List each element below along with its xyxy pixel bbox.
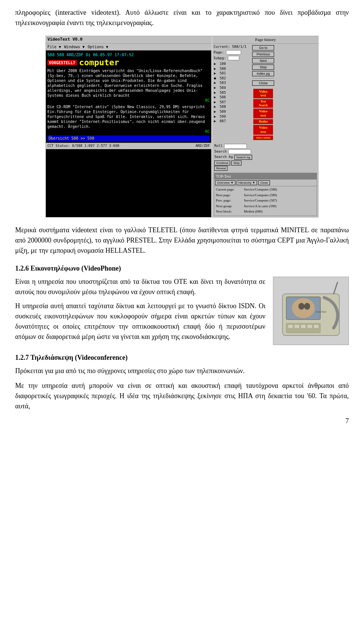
svg-rect-9 (308, 325, 312, 328)
page-item[interactable]: ▶887 (213, 119, 250, 124)
video-text-btn-3[interactable]: Videotext (253, 125, 273, 135)
next-block-val: Medien (600) (244, 209, 315, 214)
search-bg-label: Search bg (214, 154, 233, 160)
intro-paragraph: πληροφορίες (interactive videotext). Αυτ… (15, 8, 349, 28)
next-page-label: Next page: (216, 193, 242, 198)
page-item[interactable]: ▶586 (213, 95, 250, 100)
phone-svg: AutoText (275, 279, 347, 343)
page-item[interactable]: ▶599 (213, 114, 250, 119)
next-block-label: Next block: (216, 209, 242, 214)
search-bg-button[interactable]: Search bg (234, 155, 252, 160)
stop-button[interactable]: Stop (252, 65, 274, 70)
subpg-input[interactable] (228, 56, 239, 60)
videotext-window: VideoText V0.0 File ▼ Windows ▼ Options … (46, 36, 211, 217)
text-search-btn[interactable]: TextSearch (253, 99, 273, 108)
section-127-heading: 1.2.7 Τηλεδιάσκεψη (Videoconference) (15, 353, 349, 363)
close-button[interactable]: Close (252, 80, 274, 86)
section-126-text: Είναι η υπηρεσία που υποστηρίζεται από τ… (15, 277, 265, 342)
next-group-val: Service/A la carte (590) (244, 204, 315, 209)
page-item[interactable]: ▶583 (213, 80, 250, 85)
overview-button[interactable]: Overview ▼ (215, 180, 235, 185)
next-button[interactable]: Next (252, 58, 274, 63)
vt-content: 588 588 ARD/ZDF Di 06.05.97 17:07:52 VOR… (46, 50, 211, 143)
page-item[interactable]: ▶581 (213, 71, 250, 76)
current-page-val: Service/Computer (588) (244, 187, 315, 192)
top-text-controls-row: Overview ▼ Hierarchy ▼ Close (214, 180, 317, 186)
svg-point-4 (304, 303, 310, 310)
vt-rc1: RC (47, 98, 210, 103)
screenshot-container: VideoText V0.0 File ▼ Windows ▼ Options … (46, 36, 318, 217)
video-text-btn-2[interactable]: Videotext (253, 109, 273, 118)
goto-button[interactable]: Go to (252, 45, 274, 50)
vt-window-title: VideoText V0.0 (47, 36, 83, 43)
section-127-p2: Με την υπηρεσία αυτή μπορούν να είναι σε… (15, 381, 349, 411)
page-number: 7 (15, 416, 349, 426)
vt-menubar: File ▼ Windows ▼ Options ▼ (46, 44, 211, 50)
search-input[interactable] (228, 149, 251, 154)
vt-titlebar: VideoText V0.0 (46, 36, 211, 44)
vt-rc2: RC (47, 129, 210, 134)
next-group-label: Next group: (216, 204, 242, 209)
previous-button[interactable]: Previous (252, 52, 274, 57)
vt-status-right: ARD/ZDF (195, 143, 210, 149)
section-126-content: Είναι η υπηρεσία που υποστηρίζεται από τ… (15, 277, 349, 345)
vt-ubersicht: Übersicht 580 >> 590 (47, 135, 210, 142)
top-text-title: TOP-Text (214, 173, 317, 180)
page-item[interactable]: ▶584 (213, 85, 250, 90)
section-126-p2: Η υπηρεσία αυτή απαιτεί ταχύτατα δίκτυα … (15, 301, 265, 342)
top-close-button[interactable]: Close (258, 180, 270, 185)
menu-file[interactable]: File ▼ (47, 44, 61, 50)
page-item[interactable]: ▶585 (213, 90, 250, 95)
section-127-p1: Πρόκειται για μια από τις πιο σύγχρονες … (15, 366, 349, 376)
roll-label: Roll (214, 143, 223, 149)
vt-statusbar: CCT Status: 0/588 1:897 2:577 3:698 ARD/… (46, 143, 211, 149)
top-text-panel: TOP-Text Overview ▼ Hierarchy ▼ Close Cu… (214, 173, 317, 216)
vt-body2: Die CD-ROM "Internet aktiv" (Sybex New C… (47, 104, 210, 129)
top-text-body: Current page: Service/Computer (588) Nex… (214, 186, 317, 216)
svg-rect-8 (301, 325, 306, 328)
vt-status-left: CCT Status: 0/588 1:897 2:577 3:698 (47, 143, 119, 149)
hotlist-btn[interactable]: Hotlist (253, 119, 273, 124)
current-val: 588/1/1 (232, 45, 246, 49)
svg-rect-10 (314, 325, 318, 328)
menu-windows[interactable]: Windows ▼ (64, 44, 85, 50)
menu-options[interactable]: Options ▼ (88, 44, 108, 50)
page-item[interactable]: ▶588 (213, 104, 250, 109)
after-screenshot-text: Μερικά συστήματα videotext είναι το γαλλ… (15, 225, 349, 256)
search-label: Search (214, 149, 227, 154)
page-item[interactable]: ▶580 (213, 66, 250, 71)
page-history-title: Page history (213, 36, 318, 44)
video-text-btn-1[interactable]: Videotext (253, 89, 273, 99)
page-input[interactable] (226, 50, 241, 55)
video-buttons-group: Videotext TextSearch Videotext Hotlist V… (252, 88, 274, 142)
page-history-panel: Page history Current: 588/1/1 Page: Subp… (213, 36, 318, 217)
svg-point-3 (298, 303, 304, 310)
page-item[interactable]: ▶589 (213, 109, 250, 114)
vt-red-label: VORGESTELLT (47, 60, 77, 65)
svg-line-11 (334, 282, 337, 294)
page-history-content: Current: 588/1/1 Page: Subpg: ▶100▶580▶5… (213, 44, 318, 143)
continue-button[interactable]: Continue (214, 161, 230, 165)
controls-section: Roll Search Search bg Search bg Continue… (213, 143, 318, 172)
page-item[interactable]: ●582 (213, 76, 250, 81)
prev-page-val: Service/Computer (587) (244, 198, 315, 203)
next-page-val: Service/Computer (589) (244, 193, 315, 198)
prev-page-label: Prev. page: (216, 198, 242, 203)
tou-text: τou (295, 392, 304, 400)
current-label: Current: (213, 45, 230, 49)
hierarchy-button[interactable]: Hierarchy ▼ (237, 180, 257, 185)
current-page-label: Current page: (216, 187, 242, 192)
svg-rect-5 (286, 323, 320, 333)
roll-input[interactable] (224, 144, 247, 149)
stop2-button[interactable]: Stop (231, 161, 241, 165)
top-text-label: TOP-Text (216, 173, 231, 179)
index-pg-button[interactable]: Index pg (252, 71, 274, 76)
svg-text:AutoText: AutoText (316, 310, 326, 313)
subpg-label: Subpg: (213, 56, 226, 60)
select-station-btn[interactable]: Select stttion (253, 135, 273, 140)
reveal-button[interactable]: Reveal (214, 166, 228, 171)
page-item[interactable]: ▶587 (213, 100, 250, 105)
page-label: Page: (213, 50, 224, 54)
page-item[interactable]: ▶100 (213, 61, 250, 66)
pages-list-items: ▶100▶580▶581●582▶583▶584▶585▶586▶587▶588… (213, 61, 250, 124)
